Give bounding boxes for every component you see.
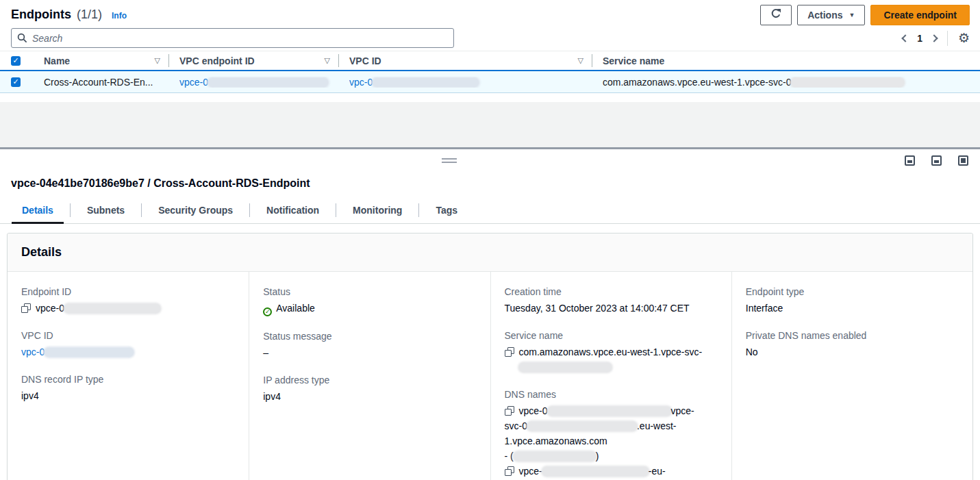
creation-time-value: Tuesday, 31 October 2023 at 14:00:47 CET — [505, 301, 718, 316]
vpc-id-link[interactable]: vpc-0 — [349, 77, 479, 88]
tab-monitoring[interactable]: Monitoring — [342, 199, 413, 223]
field-service-name: Service name com.amazonaws.vpce.eu-west-… — [505, 329, 718, 375]
copy-icon[interactable] — [21, 303, 31, 313]
row-vpc-id-cell: vpc-0 — [338, 77, 592, 88]
redacted-value — [548, 407, 671, 416]
page-number[interactable]: 1 — [917, 33, 922, 44]
row-vpce-id-cell: vpce-0 — [168, 77, 338, 88]
select-all-checkbox[interactable]: ✓ — [11, 56, 21, 66]
sort-icon[interactable]: ▽ — [155, 56, 160, 65]
panel-size-full-icon[interactable] — [958, 155, 968, 166]
tabs-bar: Details Subnets Security Groups Notifica… — [0, 199, 980, 224]
row-checkbox[interactable]: ✓ — [11, 77, 21, 87]
tab-security-groups[interactable]: Security Groups — [147, 199, 244, 223]
panel-size-controls — [905, 155, 968, 166]
panel-size-half-icon[interactable] — [931, 155, 942, 166]
gear-icon[interactable]: ⚙ — [958, 31, 970, 45]
service-name-prefix: com.amazonaws.vpce.eu-west-1.vpce-svc- — [519, 346, 703, 357]
field-label: IP address type — [263, 374, 476, 386]
tab-divider — [141, 203, 142, 217]
redacted-value — [373, 78, 479, 87]
tab-divider — [249, 203, 250, 217]
redacted-value — [64, 304, 160, 313]
field-vpc-id: VPC ID vpc-0 — [21, 329, 235, 359]
vpc-id-prefix: vpc-0 — [21, 346, 45, 357]
details-card-body: Endpoint ID vpce-0 VPC ID vpc-0 — [8, 272, 972, 480]
dns-record-ip-type-value: ipv4 — [21, 388, 235, 403]
details-card-title: Details — [21, 245, 62, 259]
vpc-endpoint-id-link[interactable]: vpce-0 — [179, 77, 328, 88]
sort-icon[interactable]: ▽ — [325, 56, 330, 65]
actions-button[interactable]: Actions ▼ — [797, 5, 865, 25]
vpc-id-link[interactable]: vpc-0 — [21, 346, 134, 357]
tab-divider — [336, 203, 336, 217]
tab-subnets[interactable]: Subnets — [76, 199, 136, 223]
field-label: Status message — [263, 330, 476, 342]
field-endpoint-type: Endpoint type Interface — [746, 286, 959, 316]
service-name-prefix: com.amazonaws.vpce.eu-west-1.vpce-svc-0 — [603, 77, 791, 88]
split-panel-bar — [0, 149, 980, 173]
ip-address-type-value: ipv4 — [263, 389, 476, 404]
column-header-name[interactable]: Name ▽ — [33, 51, 168, 70]
details-column-1: Endpoint ID vpce-0 VPC ID vpc-0 — [8, 272, 249, 480]
status-message-value: – — [263, 345, 476, 360]
tab-details[interactable]: Details — [11, 199, 64, 223]
pager-divider — [947, 31, 948, 46]
row-service-name-cell: com.amazonaws.vpce.eu-west-1.vpce-svc-0 — [592, 77, 980, 88]
row-checkbox-cell: ✓ — [0, 77, 33, 87]
tab-tags[interactable]: Tags — [425, 199, 468, 223]
redacted-value — [208, 78, 328, 87]
redacted-value — [519, 363, 612, 372]
row-name-cell: Cross-Account-RDS-En... — [33, 77, 168, 88]
field-ip-address-type: IP address type ipv4 — [263, 374, 476, 404]
column-header-vpc-endpoint-id[interactable]: VPC endpoint ID ▽ — [168, 51, 338, 70]
next-page-icon[interactable] — [930, 34, 938, 42]
column-label: Service name — [603, 55, 664, 66]
table-row[interactable]: ✓ Cross-Account-RDS-En... vpce-0 vpc-0 c… — [0, 70, 980, 93]
field-endpoint-id: Endpoint ID vpce-0 — [21, 286, 235, 316]
page-count: (1/1) — [77, 8, 102, 22]
endpoint-name: Cross-Account-RDS-En... — [44, 77, 153, 88]
field-status: Status ✓Available — [263, 286, 476, 316]
field-label: DNS record IP type — [21, 373, 235, 386]
endpoint-id-prefix: vpce-0 — [36, 301, 64, 316]
toolbar: Endpoints (1/1) Info Actions ▼ Create en… — [0, 0, 980, 26]
copy-icon[interactable] — [505, 347, 514, 357]
search-input[interactable] — [11, 28, 454, 48]
previous-page-icon[interactable] — [901, 34, 909, 42]
field-label: DNS names — [505, 388, 718, 401]
tab-divider — [418, 203, 419, 217]
private-dns-value: No — [746, 344, 959, 359]
caret-down-icon: ▼ — [849, 12, 855, 18]
pagination: 1 ⚙ — [903, 31, 970, 46]
details-column-4: Endpoint type Interface Private DNS name… — [731, 272, 972, 480]
create-endpoint-button[interactable]: Create endpoint — [870, 5, 970, 25]
split-panel: vpce-04e41be70186e9be7 / Cross-Account-R… — [0, 149, 980, 480]
drag-handle-icon[interactable] — [442, 158, 457, 165]
info-link[interactable]: Info — [112, 11, 127, 21]
field-label: Service name — [505, 329, 718, 342]
redacted-value — [514, 452, 596, 461]
field-dns-record-ip-type: DNS record IP type ipv4 — [21, 373, 235, 403]
panel-title: vpce-04e41be70186e9be7 / Cross-Account-R… — [0, 173, 980, 199]
column-header-service-name[interactable]: Service name — [592, 51, 980, 70]
column-header-vpc-id[interactable]: VPC ID ▽ — [338, 51, 592, 70]
page-heading: Endpoints (1/1) Info — [11, 8, 127, 22]
dns-name-2: vpce--eu- — [505, 464, 718, 479]
copy-icon[interactable] — [505, 466, 514, 476]
redacted-value — [542, 467, 649, 476]
tab-divider — [70, 203, 71, 217]
details-card-header: Details — [8, 233, 972, 272]
sort-icon[interactable]: ▽ — [578, 56, 583, 65]
refresh-button[interactable] — [760, 5, 792, 25]
field-dns-names: DNS names vpce-0vpce- svc-0.eu-west- 1.v… — [505, 388, 718, 479]
toolbar-buttons: Actions ▼ Create endpoint — [760, 5, 970, 25]
table-header: ✓ Name ▽ VPC endpoint ID ▽ VPC ID ▽ Serv… — [0, 51, 980, 70]
field-label: Status — [263, 286, 476, 298]
vpc-id-prefix: vpc-0 — [349, 77, 373, 88]
copy-icon[interactable] — [505, 406, 514, 416]
tab-notification[interactable]: Notification — [255, 199, 330, 223]
endpoint-type-value: Interface — [746, 301, 959, 316]
column-label: VPC ID — [349, 55, 381, 66]
panel-size-small-icon[interactable] — [905, 155, 915, 166]
